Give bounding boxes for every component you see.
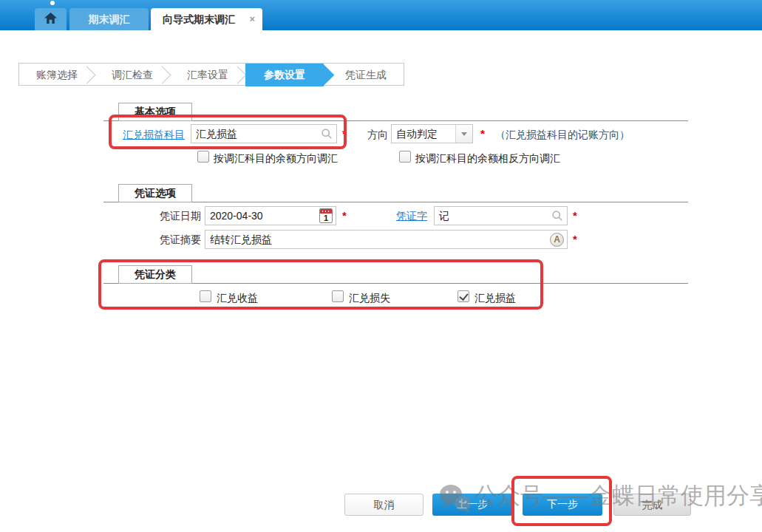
wizard-step-voucher-generation[interactable]: 凭证生成 (328, 64, 404, 86)
checkbox-balance-opposite-direction[interactable] (399, 151, 411, 163)
annotation-box-voucher-category (98, 259, 543, 310)
annotation-box-next-button (511, 476, 612, 526)
tab-wizard-period-end-adjustment[interactable]: 向导式期末调汇 × (151, 8, 262, 30)
voucher-word-value: 记 (439, 207, 449, 225)
required-mark: * (573, 209, 577, 222)
logo-dot (50, 1, 55, 5)
close-icon[interactable]: × (249, 8, 255, 30)
required-mark: * (573, 233, 577, 245)
voucher-date-label: 凭证日期 (118, 210, 201, 223)
checkbox-balance-opposite-direction-label: 按调汇科目的余额相反方向调汇 (415, 152, 560, 166)
voucher-summary-input[interactable]: 结转汇兑损益 A (205, 230, 568, 249)
direction-note: （汇兑损益科目的记账方向） (495, 129, 630, 142)
finish-button[interactable]: 完成 (613, 494, 691, 516)
chevron-down-icon (461, 132, 467, 136)
calendar-icon[interactable]: 1 (319, 208, 333, 223)
home-icon (44, 13, 57, 27)
annotation-box-account-field (109, 115, 347, 149)
previous-step-button[interactable]: 上一步 (432, 494, 512, 516)
section-title-voucher-options: 凭证选项 (118, 184, 192, 202)
search-icon[interactable] (551, 210, 563, 225)
voucher-date-value: 2020-04-30 (210, 207, 263, 225)
direction-value: 自动判定 (396, 125, 438, 143)
direction-label: 方向 (367, 129, 388, 142)
page: 期末调汇 向导式期末调汇 × 账簿选择 调汇检查 汇率设置 参数设置 凭证生成 … (0, 0, 762, 532)
wizard-steps-bar: 账簿选择 调汇检查 汇率设置 参数设置 凭证生成 (18, 63, 404, 86)
tab-home[interactable] (35, 8, 67, 30)
checkbox-balance-direction[interactable] (197, 151, 209, 163)
wizard-step-parameter-setting[interactable]: 参数设置 (245, 64, 324, 86)
voucher-summary-value: 结转汇兑损益 (210, 231, 272, 248)
required-mark: * (480, 127, 485, 140)
calendar-icon-day: 1 (320, 214, 332, 223)
dropdown-button[interactable] (455, 125, 472, 143)
voucher-date-input[interactable]: 2020-04-30 1 (205, 206, 336, 225)
tab-period-end-adjustment[interactable]: 期末调汇 (69, 8, 149, 30)
voucher-word-link[interactable]: 凭证字 (396, 210, 427, 223)
cancel-button[interactable]: 取消 (344, 494, 423, 516)
required-mark: * (342, 209, 347, 222)
abbreviation-picker-icon[interactable]: A (550, 233, 564, 247)
checkbox-balance-direction-label: 按调汇科目的余额方向调汇 (214, 152, 338, 166)
voucher-summary-label: 凭证摘要 (118, 233, 201, 247)
top-navigation-bar: 期末调汇 向导式期末调汇 × (0, 0, 762, 30)
tab-label: 向导式期末调汇 (163, 8, 235, 30)
direction-dropdown[interactable]: 自动判定 (391, 124, 473, 143)
voucher-word-input[interactable]: 记 (434, 206, 568, 225)
